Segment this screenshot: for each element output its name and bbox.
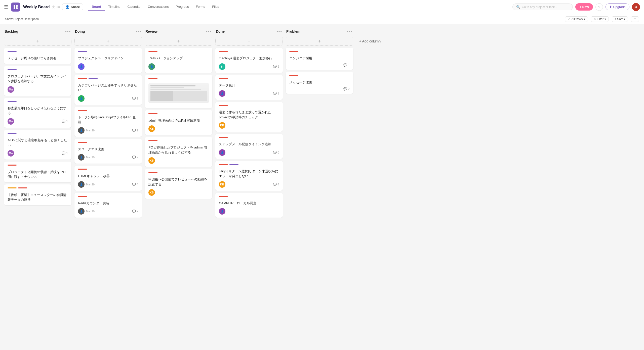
card-d6[interactable]: Redisカウンター実装 👤 Mar 29 💬7 [74, 193, 142, 218]
add-card-problem[interactable]: + [286, 37, 353, 46]
card-title: 申請後〜公開前でプレビューへの動線を設置する [148, 177, 209, 187]
card-date: Mar 29 [86, 129, 95, 132]
header-right: 🔍 Go to any project or task... + New ? ⬆… [512, 3, 640, 11]
add-card-backlog[interactable]: + [4, 37, 71, 46]
column-menu-problem[interactable]: ••• [347, 29, 353, 34]
card-d5[interactable]: HTMLキャッシュ改善 👤 Mar 29 💬4 [74, 166, 142, 191]
tab-files[interactable]: Files [209, 3, 222, 11]
card-title: CAMPFIRE ローカル調査 [219, 201, 279, 206]
column-header-backlog: Backlog ••• [4, 28, 71, 35]
filter-button[interactable]: ⧈ Filter ▾ [591, 16, 609, 22]
all-tasks-filter[interactable]: ☑ All tasks ▾ [565, 16, 588, 22]
card-dn4[interactable]: ステップメール配信タイミング追加 👤 💬6 [215, 134, 283, 159]
tag [89, 78, 98, 79]
tag [219, 164, 228, 165]
title-area: Weekly Board ☆ ••• 👤 Share [23, 4, 83, 10]
tab-timeline[interactable]: Timeline [105, 3, 124, 11]
card-b6[interactable]: 【依頼・要望】ニュースレターの会員情報データの連携 [4, 184, 71, 205]
header: ☰ Weekly Board ☆ ••• 👤 Share Board Timel… [0, 0, 644, 14]
new-button[interactable]: + New [575, 3, 593, 11]
card-footer: Ma 💬1 [8, 150, 68, 157]
card-b1[interactable]: メッセージ周りの使いづらさ共有 [4, 48, 71, 64]
tab-conversations[interactable]: Conversations [144, 3, 172, 11]
tab-board[interactable]: Board [88, 3, 105, 11]
star-icon[interactable]: ☆ [52, 5, 55, 9]
tag [219, 137, 228, 138]
card-dn5[interactable]: [High][リターン選択]リターン未選択時にエラーが発生しない KB 💬4 [215, 161, 283, 191]
column-problem: Problem ••• + エンジニア採用 💬1 メッセージ改善 💬2 [286, 28, 353, 346]
share-icon: 👤 [65, 5, 69, 9]
upgrade-button[interactable]: ⬆ Upgrade [606, 4, 629, 10]
card-p2[interactable]: メッセージ改善 💬2 [286, 72, 353, 94]
help-button[interactable]: ? [595, 3, 603, 11]
column-doing: Doing ••• + プロジェクトページリファイン 👤 カテゴリページの上部を… [74, 28, 142, 346]
tag [148, 51, 157, 52]
add-card-review[interactable]: + [145, 37, 212, 46]
card-p1[interactable]: エンジニア採用 💬1 [286, 48, 353, 70]
card-dn2[interactable]: データ集計 👤 💬1 [215, 75, 283, 100]
card-footer: KB [148, 157, 209, 164]
card-title: メッセージ改善 [289, 80, 350, 85]
user-avatar[interactable]: U [632, 3, 640, 11]
menu-icon[interactable]: ☰ [4, 4, 8, 10]
card-title: Rails バージョンアップ [148, 56, 209, 61]
card-b3[interactable]: 審査最短即日をしっかり伝わるようにする Ma 💬1 [4, 98, 71, 128]
title-icons: ☆ ••• [52, 5, 60, 9]
card-b5[interactable]: プロジェクト公開後の承認・反映を PO側に渡すアナウンス [4, 162, 71, 182]
card-dn3[interactable]: 過去に作られたまま放って置かれた projectの申請時のチェック KB [215, 102, 283, 132]
card-footer: 👤 Mar 29 💬2 [78, 154, 138, 161]
tag [8, 51, 17, 52]
card-r1[interactable]: Rails バージョンアップ 👤 [145, 48, 212, 73]
card-avatar: 👤 [219, 149, 225, 156]
card-r3[interactable]: admin 管理画面に PayPal 実績追加 KB [145, 110, 212, 135]
card-avatar: Ma [8, 86, 14, 93]
column-title-problem: Problem [286, 29, 300, 33]
card-d3[interactable]: トークン取得JavaScriptファイルURL更新 👤 Mar 29 💬1 [74, 107, 142, 137]
card-title: データ集計 [219, 83, 279, 88]
add-column-button[interactable]: + Add column [356, 37, 384, 45]
show-description[interactable]: Show Project Description [5, 17, 39, 21]
card-d1[interactable]: プロジェクトページリファイン 👤 [74, 48, 142, 73]
view-options-button[interactable]: ⊞ [631, 16, 639, 22]
more-icon[interactable]: ••• [57, 5, 60, 9]
search-bar[interactable]: 🔍 Go to any project or task... [512, 4, 573, 10]
tab-forms[interactable]: Forms [192, 3, 209, 11]
card-image-content [148, 83, 209, 103]
column-title-done: Done [216, 29, 225, 33]
column-menu-review[interactable]: ••• [206, 29, 212, 34]
card-r2[interactable] [145, 75, 212, 108]
tag [78, 110, 87, 111]
share-button[interactable]: 👤 Share [62, 4, 83, 10]
filter-lines-icon: ⧈ [594, 17, 596, 21]
column-menu-backlog[interactable]: ••• [65, 29, 71, 34]
card-footer: 💬1 [289, 63, 350, 67]
column-menu-doing[interactable]: ••• [136, 29, 141, 34]
tag [8, 165, 17, 166]
view-icon: ⊞ [634, 17, 636, 21]
card-b2[interactable]: プロジェクトページ、本文にガイドライン参照を追加する Ma [4, 66, 71, 96]
card-b4[interactable]: All inに関する注意喚起をもっと強くしたい Ma 💬1 [4, 130, 71, 160]
tag [78, 196, 87, 197]
card-dn6[interactable]: CAMPFIRE ローカル調査 👤 [215, 193, 283, 218]
search-icon: 🔍 [516, 5, 520, 9]
card-r4[interactable]: PO が削除したプロジェクトを admin 管理画面から見れるようにする KB [145, 137, 212, 167]
card-title: PO が削除したプロジェクトを admin 管理画面から見れるようにする [148, 145, 209, 155]
card-r5[interactable]: 申請後〜公開前でプレビューへの動線を設置する KB [145, 169, 212, 199]
add-card-done[interactable]: + [215, 37, 283, 46]
tab-progress[interactable]: Progress [172, 3, 192, 11]
add-card-doing[interactable]: + [74, 37, 142, 46]
column-done: Done ••• + machi-ya 過去プロジェクト追加移行 SI 💬1 デ… [215, 28, 283, 346]
sort-button[interactable]: ↕ Sort ▾ [612, 16, 628, 22]
app-logo [11, 3, 20, 12]
upgrade-icon: ⬆ [609, 5, 612, 9]
sub-header-right: ☑ All tasks ▾ ⧈ Filter ▾ ↕ Sort ▾ ⊞ [565, 16, 639, 22]
card-footer: KB [148, 189, 209, 196]
chevron-down-icon-filter: ▾ [605, 17, 606, 21]
card-dn1[interactable]: machi-ya 過去プロジェクト追加移行 SI 💬1 [215, 48, 283, 73]
card-d4[interactable]: スロークエリ改善 👤 Mar 29 💬2 [74, 139, 142, 164]
column-menu-done[interactable]: ••• [276, 29, 282, 34]
card-title: カテゴリページの上部をすっきりさせたい [78, 83, 138, 93]
tab-calendar[interactable]: Calendar [124, 3, 144, 11]
card-d2[interactable]: カテゴリページの上部をすっきりさせたい 👤 💬1 [74, 75, 142, 105]
tag [148, 113, 157, 114]
